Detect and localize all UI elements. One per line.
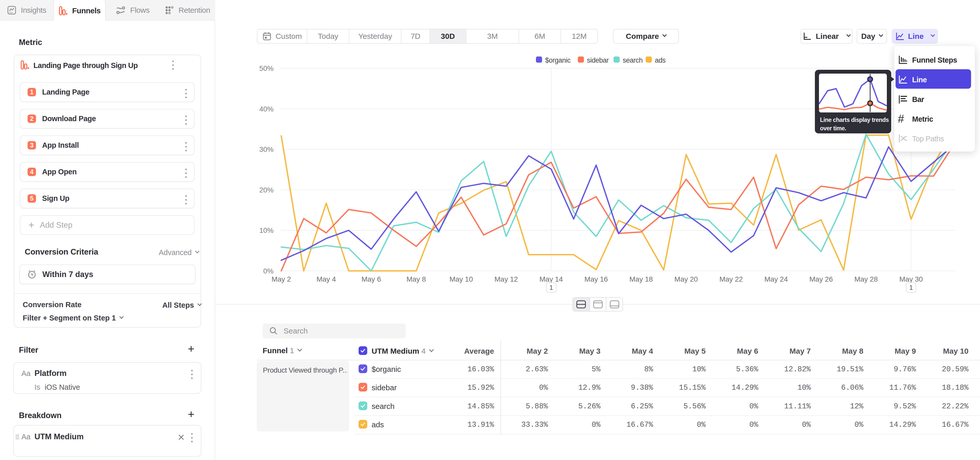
svg-text:May 16: May 16	[584, 275, 608, 283]
svg-text:10%: 10%	[259, 227, 274, 234]
svg-text:May 24: May 24	[764, 275, 788, 283]
svg-text:May 28: May 28	[854, 275, 878, 283]
svg-text:30%: 30%	[259, 145, 274, 153]
svg-text:May 4: May 4	[317, 275, 336, 283]
svg-text:$organic: $organic	[545, 56, 571, 64]
svg-text:May 10: May 10	[449, 275, 473, 283]
svg-text:May 2: May 2	[272, 275, 291, 283]
svg-text:40%: 40%	[259, 105, 274, 113]
svg-text:May 6: May 6	[361, 275, 381, 283]
svg-text:search: search	[623, 56, 643, 64]
svg-text:May 20: May 20	[675, 275, 698, 283]
svg-text:ads: ads	[655, 56, 666, 64]
svg-text:May 8: May 8	[407, 275, 426, 283]
svg-text:sidebar: sidebar	[587, 56, 609, 64]
svg-text:50%: 50%	[259, 64, 274, 72]
svg-text:May 18: May 18	[629, 275, 653, 283]
svg-text:20%: 20%	[259, 186, 274, 194]
svg-text:May 12: May 12	[494, 275, 518, 283]
svg-text:May 14: May 14	[539, 275, 563, 283]
svg-text:May 26: May 26	[809, 275, 833, 283]
svg-text:1: 1	[549, 284, 553, 291]
svg-text:0%: 0%	[263, 267, 274, 275]
svg-text:May 22: May 22	[719, 275, 743, 283]
svg-text:May 30: May 30	[899, 275, 923, 283]
svg-text:1: 1	[909, 284, 913, 291]
